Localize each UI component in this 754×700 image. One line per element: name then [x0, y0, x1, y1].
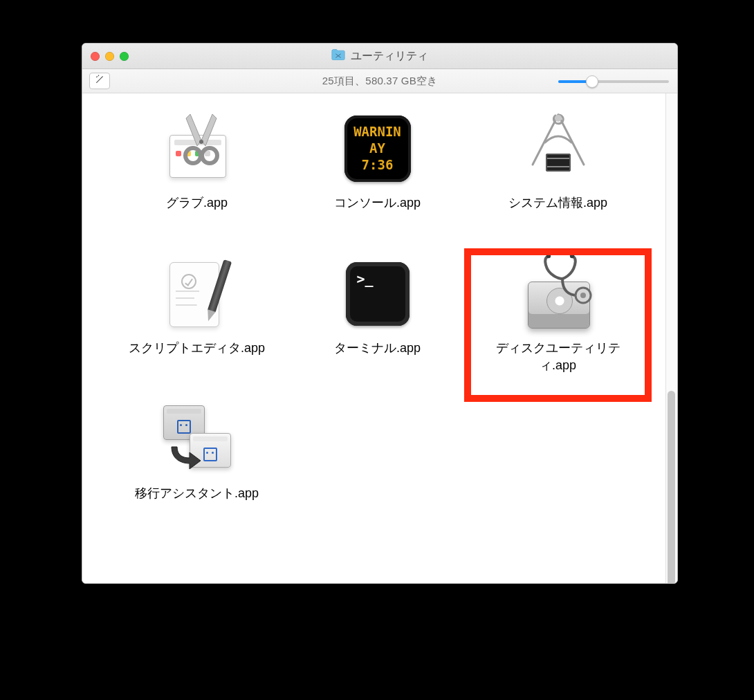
finder-window[interactable]: ユーティリティ 25項目、580.37 GB空き [82, 43, 678, 584]
wand-icon [95, 75, 104, 87]
console-line-2: AY 7:36 [351, 140, 404, 174]
terminal-icon: >_ [336, 252, 419, 335]
toolbar-action-button[interactable] [89, 73, 110, 89]
svg-point-1 [202, 148, 217, 163]
zoom-button[interactable] [120, 52, 129, 61]
transfer-arrow-icon [169, 443, 202, 470]
app-item-terminal[interactable]: >_ ターミナル.app [291, 252, 464, 398]
app-label: グラブ.app [166, 194, 228, 212]
console-icon: WARNIN AY 7:36 [336, 107, 419, 190]
system-info-icon [517, 107, 600, 190]
app-label: 移行アシスタント.app [135, 485, 259, 502]
svg-point-6 [546, 254, 550, 258]
app-label: コンソール.app [334, 194, 421, 212]
scissors-icon [176, 110, 226, 171]
chip-icon [546, 154, 571, 172]
app-label: システム情報.app [508, 194, 607, 212]
app-item-grab[interactable]: グラブ.app [110, 107, 284, 252]
grab-icon [156, 107, 239, 190]
app-item-migration-assistant[interactable]: 移行アシスタント.app [110, 398, 284, 543]
svg-point-0 [185, 148, 201, 163]
svg-point-3 [555, 115, 562, 122]
stethoscope-icon [542, 252, 596, 308]
migration-assistant-icon [156, 398, 239, 481]
svg-point-2 [199, 140, 203, 144]
app-label: ターミナル.app [334, 340, 421, 357]
toolbar: 25項目、580.37 GB空き [82, 69, 677, 93]
disk-utility-icon [517, 252, 600, 335]
item-grid: グラブ.app WARNIN AY 7:36 コンソール.app [82, 93, 665, 583]
window-controls [91, 52, 129, 61]
icon-size-slider[interactable] [558, 75, 669, 86]
console-line-1: WARNIN [351, 124, 404, 140]
app-item-disk-utility[interactable]: ディスクユーティリティ.app [471, 252, 645, 398]
app-label: スクリプトエディタ.app [129, 340, 265, 357]
titlebar[interactable]: ユーティリティ [82, 44, 677, 69]
vertical-scrollbar[interactable] [665, 93, 677, 583]
scrollbar-thumb[interactable] [668, 391, 675, 584]
app-label: ディスクユーティリティ.app [489, 340, 627, 374]
utilities-folder-icon [331, 48, 345, 64]
window-title-text: ユーティリティ [351, 49, 428, 64]
window-title: ユーティリティ [82, 48, 677, 64]
svg-point-7 [569, 254, 573, 258]
applescript-badge-icon [181, 274, 196, 289]
minimize-button[interactable] [105, 52, 114, 61]
icon-view[interactable]: グラブ.app WARNIN AY 7:36 コンソール.app [82, 93, 677, 583]
app-item-script-editor[interactable]: スクリプトエディタ.app [110, 252, 284, 398]
script-editor-icon [156, 252, 239, 335]
slider-knob[interactable] [586, 75, 598, 88]
terminal-prompt: >_ [357, 270, 374, 287]
app-item-console[interactable]: WARNIN AY 7:36 コンソール.app [291, 107, 464, 252]
close-button[interactable] [91, 52, 100, 61]
app-item-system-info[interactable]: システム情報.app [471, 107, 645, 252]
svg-point-5 [580, 293, 586, 298]
